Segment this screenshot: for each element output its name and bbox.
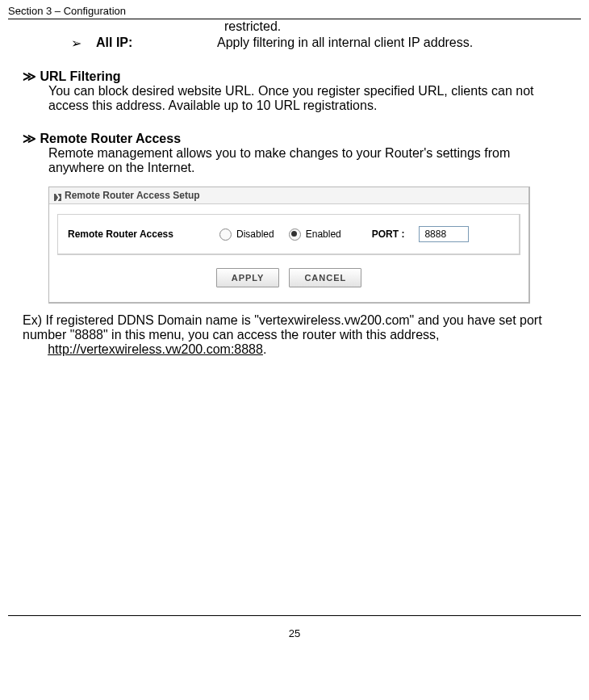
- remote-access-disabled-option[interactable]: Disabled: [219, 228, 274, 241]
- example-prefix: Ex) If registered DDNS Domain name is "v…: [23, 313, 542, 342]
- apply-button[interactable]: APPLY: [216, 268, 280, 287]
- disabled-label: Disabled: [236, 228, 274, 240]
- example-text-block: Ex) If registered DDNS Domain name is "v…: [23, 313, 566, 357]
- remote-access-panel: ❯Remote Router Access Setup Remote Route…: [48, 187, 530, 304]
- all-ip-desc: Apply filtering in all internal client I…: [217, 36, 473, 50]
- panel-title: ❯Remote Router Access Setup: [49, 187, 528, 204]
- remote-access-body: Remote management allows you to make cha…: [23, 146, 566, 175]
- all-ip-label: All IP:: [96, 36, 217, 50]
- remote-access-title: Remote Router Access: [40, 132, 181, 145]
- remote-access-enabled-option[interactable]: Enabled: [289, 228, 341, 241]
- panel-title-icon: ❯: [54, 194, 61, 201]
- all-ip-row: ➢ All IP: Apply filtering in all interna…: [23, 34, 566, 51]
- example-suffix: .: [263, 342, 266, 356]
- radio-icon[interactable]: [219, 228, 232, 241]
- cancel-button[interactable]: CANCEL: [289, 268, 361, 287]
- remote-access-row-label: Remote Router Access: [68, 228, 205, 240]
- page-number: 25: [8, 616, 581, 639]
- cjk-bullet-icon: ≫: [23, 132, 36, 145]
- remote-access-fieldset: Remote Router Access Disabled Enabled PO…: [57, 214, 520, 255]
- port-label: PORT :: [372, 228, 405, 240]
- url-filtering-head: ≫ URL Filtering: [23, 69, 566, 84]
- cjk-bullet-icon: ≫: [23, 69, 36, 83]
- url-filtering-title: URL Filtering: [40, 69, 120, 83]
- url-filtering-body: You can block desired website URL. Once …: [23, 84, 566, 113]
- remote-access-head: ≫ Remote Router Access: [23, 131, 566, 146]
- radio-icon[interactable]: [289, 228, 301, 241]
- panel-title-text: Remote Router Access Setup: [65, 190, 200, 201]
- enabled-label: Enabled: [306, 228, 341, 240]
- port-input[interactable]: [419, 226, 469, 242]
- restricted-text: restricted.: [23, 19, 566, 34]
- bullet-icon: ➢: [71, 36, 81, 51]
- example-link[interactable]: http://vertexwireless.vw200.com:8888: [48, 342, 263, 356]
- section-header: Section 3 – Configuration: [8, 5, 581, 19]
